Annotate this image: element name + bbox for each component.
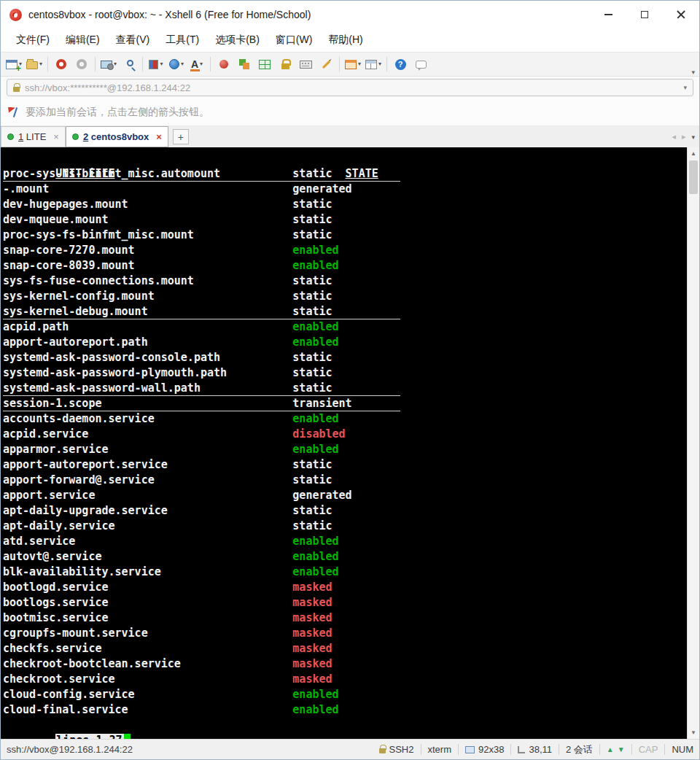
unit-state: static — [292, 473, 332, 486]
web-browser-button[interactable]: ▾ — [167, 55, 186, 74]
terminal-row: atd.serviceenabled — [3, 534, 687, 549]
unit-file-name: snap-core-7270.mount — [3, 243, 292, 258]
maximize-button[interactable] — [626, 1, 663, 28]
session-properties-button[interactable]: ▾ — [99, 55, 118, 74]
find-button[interactable] — [120, 55, 139, 74]
window-title: centos8vbox - root@vbox: ~ - Xshell 6 (F… — [28, 9, 311, 20]
status-sessions: 2 会话 — [566, 743, 593, 756]
tab-lite[interactable]: 1 LITE × — [1, 126, 66, 147]
menu-file[interactable]: 文件(F) — [8, 31, 58, 50]
status-separator — [458, 744, 459, 755]
menu-edit[interactable]: 编辑(E) — [58, 31, 108, 50]
minimize-button[interactable] — [590, 1, 626, 28]
address-dropdown-caret[interactable]: ▾ — [683, 84, 687, 91]
virtual-keyboard-button[interactable] — [296, 55, 315, 74]
close-button[interactable] — [663, 1, 699, 28]
terminal-row: autovt@.serviceenabled — [3, 549, 687, 565]
unit-file-name: cgroupfs-mount.service — [3, 626, 292, 641]
tab-list-caret[interactable]: ▾ — [691, 133, 695, 141]
menu-tab[interactable]: 选项卡(B) — [207, 31, 268, 50]
terminal-row: sys-kernel-debug.mountstatic — [3, 304, 687, 319]
feedback-bubble-icon — [416, 61, 427, 69]
menu-help[interactable]: 帮助(H) — [320, 31, 370, 50]
lock-screen-button[interactable] — [276, 55, 295, 74]
toolbar-separator — [339, 57, 340, 71]
tab-scroll-left-icon[interactable]: ◂ — [672, 132, 676, 141]
arrow-down-icon[interactable]: ▼ — [618, 745, 625, 753]
unit-state: static — [292, 519, 332, 532]
terminal-row: accounts-daemon.serviceenabled — [3, 411, 687, 427]
minimize-icon — [604, 14, 612, 15]
reconnect-button[interactable] — [72, 55, 91, 74]
disconnect-button[interactable] — [52, 55, 71, 74]
menu-view[interactable]: 查看(V) — [108, 31, 158, 50]
chevron-down-icon[interactable]: ▾ — [114, 61, 117, 67]
scroll-up-icon[interactable]: ▲ — [688, 147, 699, 160]
tab-scroll-right-icon[interactable]: ▸ — [682, 132, 686, 141]
new-file-transfer-button[interactable]: ▾ — [147, 55, 166, 74]
unit-file-name: session-1.scope — [3, 396, 292, 411]
chevron-down-icon[interactable]: ▾ — [160, 61, 163, 67]
compose-button[interactable] — [316, 55, 335, 74]
record-button[interactable] — [214, 55, 233, 74]
terminal-row: apport-autoreport.pathenabled — [3, 335, 687, 350]
unit-state: enabled — [292, 412, 338, 425]
terminal-row: systemd-ask-password-wall.pathstatic — [3, 381, 687, 396]
tab-centos8vbox[interactable]: 2 centos8vbox × — [66, 126, 168, 147]
terminal-screen[interactable]: UNIT FILESTATE proc-sys-fs-binfmt_misc.a… — [1, 147, 687, 739]
terminal-row: proc-sys-fs-binfmt_misc.automountstatic — [3, 166, 687, 182]
tile-layout-button[interactable]: ▾ — [364, 55, 383, 74]
terminal-header-row: UNIT FILESTATE — [3, 151, 687, 166]
terminal-row: checkfs.servicemasked — [3, 641, 687, 656]
windows-button[interactable]: ▾ — [343, 55, 362, 74]
unit-state: enabled — [292, 703, 338, 716]
tab-close-icon[interactable]: × — [156, 131, 162, 142]
unit-state: enabled — [292, 443, 338, 456]
transfer-window-button[interactable] — [255, 55, 274, 74]
chevron-down-icon[interactable]: ▾ — [358, 61, 361, 67]
terminal-row: cgroupfs-mount.servicemasked — [3, 626, 687, 641]
tab-close-icon[interactable]: × — [53, 131, 59, 142]
hint-bar: 要添加当前会话，点击左侧的箭头按钮。 — [1, 98, 699, 126]
unit-file-name: sys-fs-fuse-connections.mount — [3, 274, 292, 289]
chevron-down-icon[interactable]: ▾ — [39, 61, 42, 67]
menu-window[interactable]: 窗口(W) — [268, 31, 321, 50]
cursor-pos-icon — [518, 746, 525, 753]
new-session-button[interactable]: ▾ — [4, 55, 23, 74]
scrollbar-track[interactable] — [688, 160, 699, 726]
unit-file-name: accounts-daemon.service — [3, 411, 292, 427]
terminal-row: acpid.servicedisabled — [3, 427, 687, 442]
help-button[interactable]: ? — [391, 55, 410, 74]
feedback-button[interactable] — [411, 55, 430, 74]
status-separator — [559, 744, 559, 755]
hint-text: 要添加当前会话，点击左侧的箭头按钮。 — [26, 106, 209, 119]
unit-file-name: systemd-ask-password-console.path — [3, 350, 292, 365]
terminal-row: apport-forward@.servicestatic — [3, 473, 687, 488]
new-tab-button[interactable]: + — [173, 129, 189, 144]
terminal-row: acpid.pathenabled — [3, 319, 687, 335]
arrow-up-icon[interactable]: ▲ — [607, 745, 614, 753]
menu-tools[interactable]: 工具(T) — [158, 31, 207, 50]
unit-state: enabled — [292, 535, 338, 548]
agent-button[interactable] — [235, 55, 254, 74]
scroll-down-icon[interactable]: ▼ — [688, 726, 699, 739]
unit-state: enabled — [292, 336, 338, 349]
scrollbar-thumb[interactable] — [689, 160, 698, 194]
unit-file-name: apport-autoreport.service — [3, 457, 292, 473]
unit-state: enabled — [292, 320, 338, 333]
font-color-button[interactable]: A▾ — [187, 55, 206, 74]
chevron-down-icon[interactable]: ▾ — [378, 61, 381, 67]
chevron-down-icon[interactable]: ▾ — [200, 61, 203, 67]
chevron-down-icon[interactable]: ▾ — [181, 61, 184, 67]
unit-file-name: bootmisc.service — [3, 610, 292, 626]
unit-state: masked — [292, 581, 332, 594]
unit-file-name: systemd-ask-password-plymouth.path — [3, 365, 292, 381]
keyboard-icon — [300, 61, 312, 69]
terminal-row: systemd-ask-password-console.pathstatic — [3, 350, 687, 365]
toolbar-overflow-caret[interactable]: ▾ — [691, 69, 696, 76]
open-session-button[interactable]: ▾ — [25, 55, 44, 74]
terminal-row: snap-core-8039.mountenabled — [3, 258, 687, 274]
address-input[interactable]: ssh://vbox:**********@192.168.1.244:22 ▾ — [7, 79, 693, 96]
scrollbar[interactable]: ▲ ▼ — [687, 147, 699, 739]
session-status-dot — [72, 133, 79, 140]
